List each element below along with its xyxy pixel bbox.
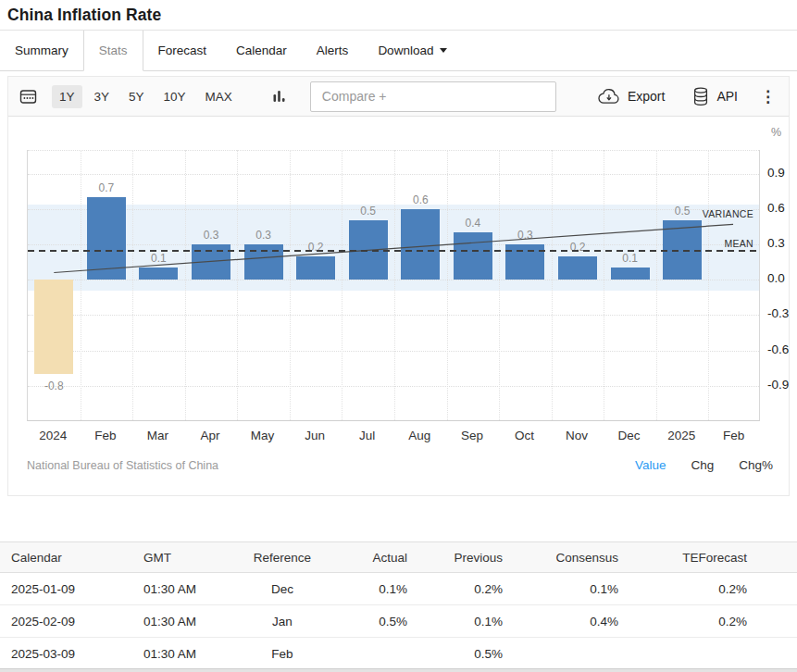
col-gmt: GMT [134,542,231,573]
api-label: API [716,89,738,104]
tab-bar: Summary Stats Forecast Calendar Alerts D… [0,31,797,71]
x-tick-label: 2024 [27,429,80,442]
table-header-row: Calendar GMT Reference Actual Previous C… [0,542,797,573]
range-selector: 1Y 3Y 5Y 10Y MAX [52,85,240,108]
mean-line [28,250,759,252]
source-label: National Bureau of Statistics of China [27,459,218,472]
chart-footer: National Bureau of Statistics of China V… [27,458,773,472]
trend-line [28,150,761,421]
tab-forecast[interactable]: Forecast [143,31,222,70]
calendar-table: Calendar GMT Reference Actual Previous C… [0,541,797,670]
x-tick-label: 2025 [655,429,708,442]
table-cell: 2025-01-09 [0,573,134,605]
table-cell: Jan [231,605,333,638]
y-tick-label: 0.6 [767,201,785,215]
database-icon [692,87,709,106]
range-10y-button[interactable]: 10Y [156,85,193,108]
tab-alerts[interactable]: Alerts [302,31,364,70]
table-cell: 0.1% [503,573,618,605]
table-row: 2025-02-0901:30 AMJan0.5%0.1%0.4%0.2% [0,605,797,638]
range-3y-button[interactable]: 3Y [87,85,118,108]
tab-summary[interactable]: Summary [0,31,83,70]
chart-type-button[interactable] [273,89,286,104]
table-cell: 01:30 AM [134,573,231,605]
compare-input[interactable] [310,81,556,112]
y-tick-label: -0.3 [767,306,789,320]
table-cell: 0.2% [618,605,797,638]
y-tick-label: 0.9 [767,166,785,180]
y-axis-unit: % [771,126,781,139]
table-cell: 2025-02-09 [0,605,134,638]
chevron-down-icon [440,48,447,53]
calendar-icon [19,88,37,105]
table-cell: 0.5% [407,638,503,670]
x-tick-label: Jun [289,429,342,442]
table-cell [618,638,797,670]
y-tick-label: -0.9 [767,378,789,392]
tab-download-label: Download [378,44,433,57]
table-cell: 0.1% [407,605,503,638]
range-max-button[interactable]: MAX [198,85,240,108]
x-tick-label: Nov [551,429,604,442]
col-teforecast: TEForecast [618,542,797,573]
col-calendar: Calendar [0,542,134,573]
page-title: China Inflation Rate [0,0,797,25]
y-tick-label: -0.6 [767,342,789,356]
range-5y-button[interactable]: 5Y [121,85,152,108]
range-1y-button[interactable]: 1Y [52,85,82,108]
table-cell: 0.5% [333,605,407,638]
table-cell: 2025-03-09 [0,638,134,670]
y-tick-label: 0.0 [767,271,785,285]
x-tick-label: Sep [446,429,499,442]
next-row-divider [0,668,797,672]
tab-stats[interactable]: Stats [83,31,143,71]
col-reference: Reference [231,542,333,573]
plot-area: -0.80.70.10.30.30.20.50.60.40.30.20.10.5… [27,150,760,421]
x-tick-label: Jul [341,429,393,442]
tab-download[interactable]: Download [363,31,462,70]
x-tick-label: Feb [80,429,132,442]
x-tick-label: Feb [707,429,760,442]
col-consensus: Consensus [503,542,618,573]
x-tick-label: Aug [393,429,446,442]
chart-panel: 1Y 3Y 5Y 10Y MAX [7,76,790,496]
table-cell: 0.2% [618,573,797,605]
api-button[interactable]: API [692,87,738,106]
cloud-download-icon [598,89,620,105]
table-row: 2025-03-0901:30 AMFeb0.5% [0,638,797,670]
table-cell [333,638,407,670]
chart-toolbar: 1Y 3Y 5Y 10Y MAX [8,77,789,117]
table-cell: Dec [231,573,333,605]
y-tick-label: 0.3 [767,236,785,250]
table-cell: 01:30 AM [134,605,231,638]
table-cell: 01:30 AM [134,638,231,670]
tab-calendar[interactable]: Calendar [221,31,302,70]
chg-link[interactable]: Chg [691,458,714,472]
col-previous: Previous [407,542,503,573]
table-body: 2025-01-0901:30 AMDec0.1%0.2%0.1%0.2%202… [0,573,797,670]
export-button[interactable]: Export [598,89,665,105]
table-cell: 0.4% [503,605,618,638]
x-tick-label: Mar [131,429,184,442]
table-cell: 0.2% [407,573,503,605]
x-tick-label: Apr [184,429,237,442]
x-tick-label: Dec [603,429,655,442]
x-tick-label: Oct [498,429,551,442]
value-link[interactable]: Value [635,458,666,472]
chg-pct-link[interactable]: Chg% [739,458,773,472]
annotation-variance: VARIANCE [703,208,753,219]
table-row: 2025-01-0901:30 AMDec0.1%0.2%0.1%0.2% [0,573,797,605]
x-tick-label: May [236,429,289,442]
page-header: China Inflation Rate [0,0,797,31]
col-actual: Actual [333,542,407,573]
annotation-mean: MEAN [724,238,753,249]
bar-chart-icon [273,89,286,104]
table-cell [503,638,618,670]
calendar-range-button[interactable] [19,88,37,105]
x-axis: 2024FebMarAprMayJunJulAugSepOctNovDec202… [27,429,760,445]
kebab-menu-icon[interactable]: ⋮ [760,89,776,105]
export-label: Export [628,89,665,104]
table-cell: 0.1% [333,573,407,605]
table-cell: Feb [231,638,333,670]
series-mode-links: Value Chg Chg% [635,458,773,472]
